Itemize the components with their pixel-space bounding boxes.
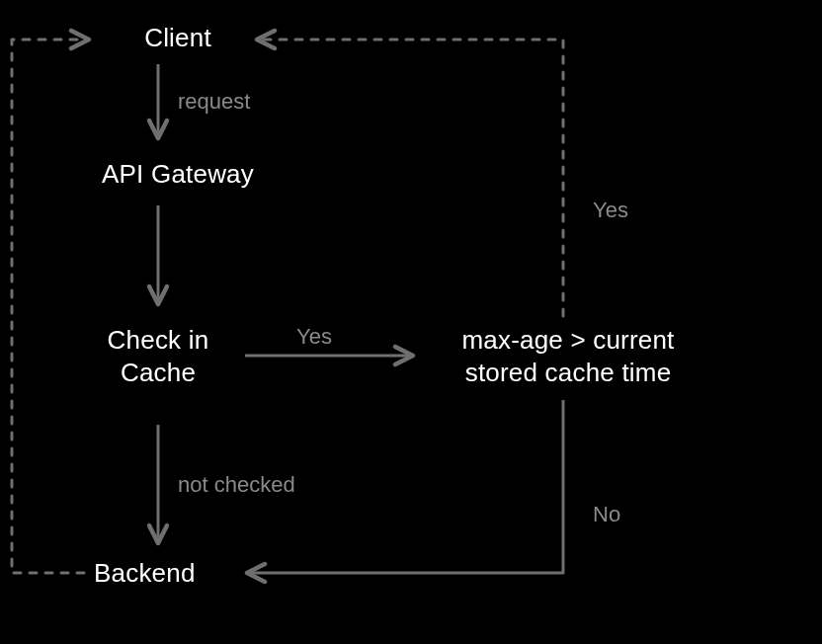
diagram-canvas: Client API Gateway Check in Cache max-ag… [0, 0, 822, 644]
edge-backend-to-client [12, 40, 89, 573]
edge-label-maxage-no: No [593, 502, 620, 527]
node-check-cache-line1: Check in [108, 325, 209, 355]
node-backend: Backend [94, 557, 252, 590]
node-maxage-line1: max-age > current [461, 325, 674, 355]
edge-label-request: request [178, 89, 250, 115]
node-client: Client [109, 22, 247, 54]
node-maxage: max-age > current stored cache time [425, 324, 711, 388]
node-maxage-line2: stored cache time [465, 358, 672, 387]
edge-label-not-checked: not checked [178, 472, 295, 498]
node-check-cache: Check in Cache [79, 324, 237, 388]
node-check-cache-line2: Cache [121, 358, 196, 387]
node-api-gateway: API Gateway [79, 158, 277, 191]
edge-label-maxage-yes: Yes [593, 198, 628, 223]
edge-label-cache-yes: Yes [296, 324, 332, 350]
diagram-edges [0, 0, 822, 644]
edge-maxage-yes-to-client [257, 40, 563, 316]
